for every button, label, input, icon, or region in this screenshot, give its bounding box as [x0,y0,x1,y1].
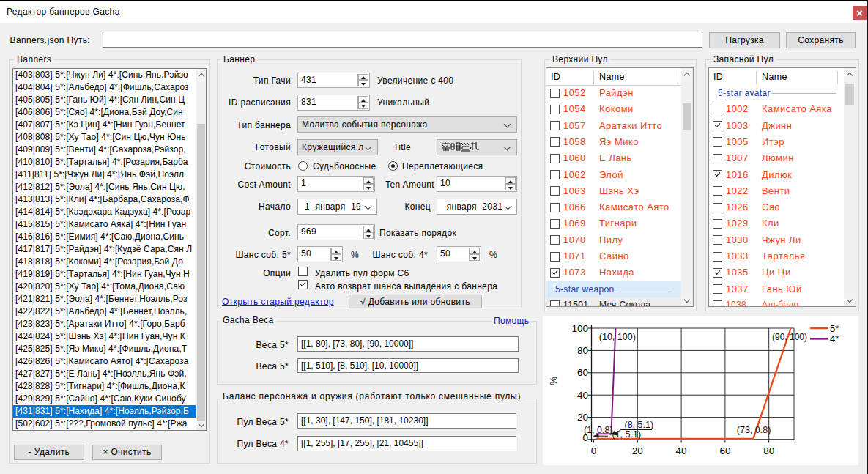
svg-text:60: 60 [719,445,730,456]
svg-text:(90, 100): (90, 100) [772,332,807,342]
svg-text:80: 80 [763,445,774,456]
svg-text:%: % [548,377,559,385]
svg-text:(10, 100): (10, 100) [599,332,636,342]
svg-text:5*: 5* [830,323,839,334]
svg-text:20: 20 [632,445,643,456]
svg-text:(1, 0.8): (1, 0.8) [584,425,613,435]
svg-text:20: 20 [577,412,588,423]
svg-text:60: 60 [577,367,588,378]
svg-text:0: 0 [591,445,597,456]
svg-text:100: 100 [571,323,588,334]
svg-text:40: 40 [577,390,588,401]
svg-text:4*: 4* [830,333,839,344]
svg-text:(73, 0.8): (73, 0.8) [737,425,771,435]
svg-text:40: 40 [676,445,687,456]
svg-text:80: 80 [577,345,588,356]
